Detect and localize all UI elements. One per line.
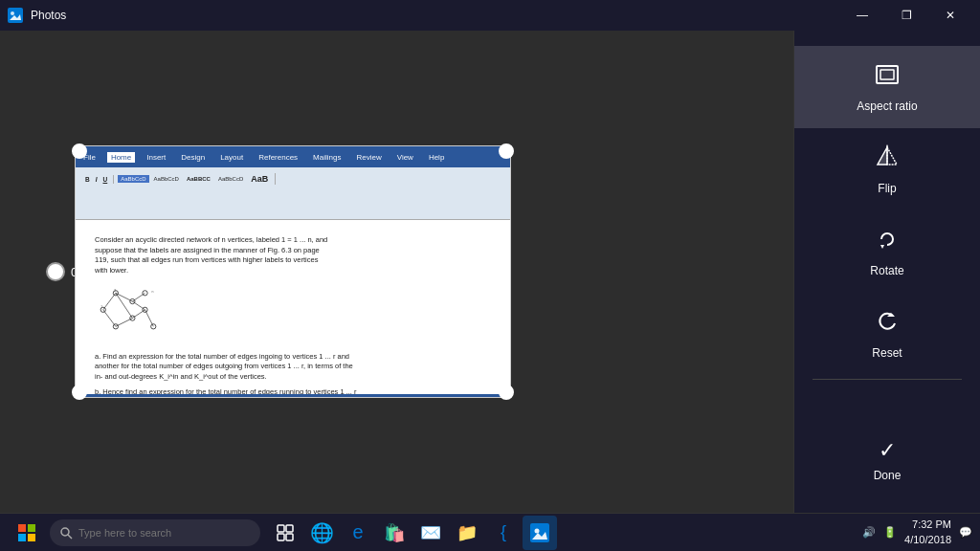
graph-container: 1 2 n [95,283,491,344]
reset-panel-item[interactable]: Reset [794,293,980,375]
reset-label: Reset [872,346,902,360]
title-bar: Photos — ❐ ✕ [0,0,980,31]
svg-text:n: n [152,290,154,294]
svg-line-12 [103,310,116,327]
svg-rect-29 [18,524,26,532]
main-area: 0 ° File Home Insert Design Layout Refer… [0,31,980,513]
crop-handle-bottom-left[interactable] [72,385,87,400]
title-bar-controls: — ❐ ✕ [840,0,972,31]
title-bar-left: Photos [8,8,66,23]
svg-line-17 [132,310,145,319]
word-ribbon: File Home Insert Design Layout Reference… [76,146,510,167]
crop-handle-top-right[interactable] [499,143,514,159]
svg-rect-24 [880,70,894,79]
content-paragraph-1: Consider an acyclic directed network of … [95,235,491,276]
taskbar-app-photos[interactable] [523,516,557,550]
svg-text:1: 1 [100,305,102,309]
search-icon [59,526,73,540]
svg-line-34 [68,535,72,539]
photos-app-icon [8,8,23,23]
svg-rect-31 [18,534,26,541]
network-graph-svg: 1 2 n [95,283,162,341]
word-statusbar: Page 1 of 1 124 words [76,394,510,398]
bold-btn[interactable]: B [83,175,92,184]
ribbon-tab-help[interactable]: Help [425,152,448,163]
ribbon-tab-home[interactable]: Home [107,152,135,163]
rotation-dot[interactable] [46,262,65,281]
svg-text:2: 2 [114,289,116,293]
svg-rect-36 [286,525,293,532]
svg-line-15 [132,293,145,301]
svg-point-40 [535,528,540,533]
svg-line-18 [145,310,154,327]
ribbon-tab-references[interactable]: References [255,152,301,163]
taskbar-network-icon: 🔊 [862,526,876,539]
taskbar-right: 🔊 🔋 7:32 PM 4/10/2018 💬 [862,518,972,547]
taskbar-apps: 🌐 e 🛍️ ✉️ 📁 { [268,516,557,550]
italic-btn[interactable]: I [94,175,100,184]
svg-marker-26 [887,147,897,165]
ribbon-tab-design[interactable]: Design [177,152,209,163]
svg-rect-0 [8,8,23,23]
word-content: Consider an acyclic directed network of … [76,220,510,394]
svg-line-14 [116,319,133,327]
close-button[interactable]: ✕ [928,0,972,31]
svg-rect-32 [28,534,35,541]
done-icon: ✓ [879,438,896,463]
taskbar: 🌐 e 🛍️ ✉️ 📁 { 🔊 🔋 7:32 PM 4/10/2018 💬 [0,513,980,551]
aspect-ratio-label: Aspect ratio [857,99,917,113]
svg-rect-37 [278,534,284,540]
word-document-frame: File Home Insert Design Layout Reference… [75,145,511,398]
taskbar-app-store[interactable]: 🛍️ [377,516,412,550]
flip-icon [874,143,901,176]
crop-handle-bottom-right[interactable] [499,385,514,400]
taskbar-search-box[interactable] [50,519,260,546]
done-label: Done [874,469,902,482]
flip-panel-item[interactable]: Flip [794,128,980,210]
svg-marker-25 [878,147,887,165]
restore-button[interactable]: ❐ [884,0,928,31]
svg-point-1 [11,11,14,15]
font-group: B I U [83,175,114,184]
crop-handle-top-left[interactable] [72,143,87,159]
word-toolbar: B I U AaBbCcD AaBbCcD AaBBCC AaBbCcD AaB [76,167,510,220]
aspect-ratio-icon [874,61,901,94]
content-paragraph-2: a. Find an expression for the total numb… [95,352,491,383]
svg-point-33 [61,528,69,536]
taskbar-date-display: 4/10/2018 [904,533,951,547]
taskbar-app-explorer[interactable]: 📁 [450,516,484,550]
doc-preview: 0 ° File Home Insert Design Layout Refer… [0,31,793,513]
reset-icon [874,308,901,341]
panel-divider [813,379,961,380]
svg-line-16 [132,301,145,310]
flip-label: Flip [878,182,896,195]
svg-rect-38 [286,534,293,540]
ribbon-tab-layout[interactable]: Layout [216,152,247,163]
ribbon-tab-review[interactable]: Review [352,152,385,163]
underline-btn[interactable]: U [101,175,110,184]
svg-line-11 [103,293,116,310]
ribbon-tab-view[interactable]: View [393,152,417,163]
taskbar-clock: 7:32 PM 4/10/2018 [904,518,951,547]
taskbar-app-mail[interactable]: ✉️ [413,516,448,550]
rotate-panel-item[interactable]: Rotate [794,210,980,293]
taskbar-app-edge[interactable]: e [341,516,375,550]
taskbar-battery-icon: 🔋 [883,526,897,539]
content-paragraph-3: b. Hence find an expression for the tota… [95,387,491,394]
done-panel-item[interactable]: ✓ Done [794,423,980,497]
taskbar-app-vscode[interactable]: { [486,516,521,550]
ribbon-tab-insert[interactable]: Insert [143,152,169,163]
taskbar-time-display: 7:32 PM [904,518,951,532]
taskbar-app-chrome[interactable]: 🌐 [304,516,339,550]
taskbar-app-taskview[interactable] [268,516,302,550]
minimize-button[interactable]: — [840,0,884,31]
title-bar-title: Photos [31,9,66,22]
styles-group: AaBbCcD AaBbCcD AaBBCC AaBbCcD AaB [118,173,276,185]
start-button[interactable] [8,514,46,552]
ribbon-tab-mailings[interactable]: Mailings [309,152,345,163]
taskbar-notification-icon[interactable]: 💬 [959,526,972,539]
rotate-label: Rotate [870,264,903,277]
rotate-icon [874,226,901,258]
aspect-ratio-panel-item[interactable]: Aspect ratio [794,46,980,128]
search-input[interactable] [78,527,241,539]
